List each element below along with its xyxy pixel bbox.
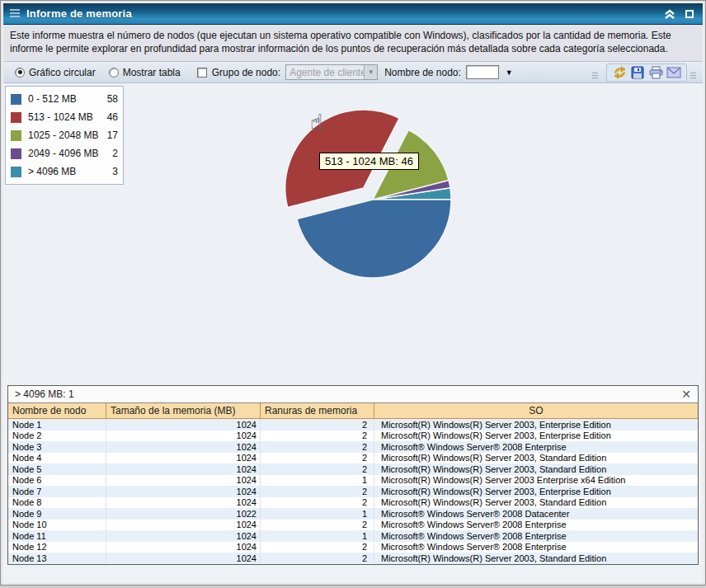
toolbar-resize-grip-2[interactable] [690,73,696,78]
maximize-button[interactable] [683,8,696,20]
column-header[interactable]: SO [374,403,698,418]
table-row[interactable]: Node 710242Microsoft(R) Windows(R) Serve… [8,486,698,497]
legend-label: 1025 - 2048 MB [28,129,107,141]
node-name-label: Nombre de nodo: [384,67,461,78]
node-group-label: Grupo de nodo: [212,67,280,78]
node-name-input[interactable] [466,65,499,79]
memory-slots-cell: 2 [261,486,374,497]
combobox-arrow-icon: ▼ [364,65,377,79]
legend-value: 2 [112,148,118,159]
table-row[interactable]: Node 210242Microsoft(R) Windows(R) Serve… [8,430,698,442]
save-button[interactable] [629,65,646,80]
table-row[interactable]: Node 1110241Microsoft® Windows Server® 2… [8,530,698,542]
node-name-cell: Node 2 [8,430,106,442]
memory-slots-cell: 2 [261,497,374,509]
drag-grip-icon[interactable] [10,9,20,18]
show-table-radio[interactable] [109,68,119,78]
node-name-dropdown-icon[interactable]: ▼ [506,68,513,77]
print-icon [649,66,663,79]
column-header[interactable]: Tamaño de la memoria (MB) [106,403,261,418]
pie-slice[interactable] [297,200,451,278]
legend-item[interactable]: > 4096 MB3 [11,162,118,181]
legend-item[interactable]: 513 - 1024 MB46 [11,108,118,126]
drilldown-header: > 4096 MB: 1 ✕ [8,386,698,403]
os-cell: Microsoft® Windows Server® 2008 Enterpri… [374,542,698,553]
memory-size-cell: 1024 [106,463,261,475]
toolbar-resize-grip[interactable] [592,73,598,78]
legend-item[interactable]: 2049 - 4096 MB2 [11,144,118,162]
table-row[interactable]: Node 810242Microsoft(R) Windows(R) Serve… [8,497,698,509]
table-row[interactable]: Node 510242Microsoft(R) Windows(R) Serve… [8,463,698,475]
os-cell: Microsoft(R) Windows(R) Server 2003, Ent… [374,486,698,497]
node-name-cell: Node 9 [8,508,106,520]
table-row[interactable]: Node 410242Microsoft(R) Windows(R) Serve… [8,453,698,464]
client-agent-combobox[interactable]: Agente de cliente ▼ [285,64,378,80]
email-button[interactable] [666,65,682,80]
os-cell: Microsoft(R) Windows(R) Server 2003, Sta… [374,453,698,464]
os-cell: Microsoft® Windows Server® 2008 Enterpri… [374,520,698,531]
os-cell: Microsoft(R) Windows(R) Server 2003, Sta… [374,463,698,475]
legend-label: > 4096 MB [28,166,112,177]
chart-area: 0 - 512 MB58513 - 1024 MB461025 - 2048 M… [3,83,703,380]
table-row[interactable]: Node 110242Microsoft(R) Windows(R) Serve… [8,419,698,430]
table-row[interactable]: Node 610241Microsoft(R) Windows(R) Serve… [8,475,698,487]
legend-swatch [11,112,21,123]
memory-size-cell: 1024 [106,530,261,542]
node-name-cell: Node 11 [8,530,106,542]
os-cell: Microsoft(R) Windows(R) Server 2003, Sta… [374,553,698,564]
memory-size-cell: 1024 [106,441,261,453]
report-description: Este informe muestra el número de nodos … [3,25,703,62]
node-name-cell: Node 8 [8,497,106,509]
memory-slots-cell: 2 [261,463,374,475]
legend-item[interactable]: 0 - 512 MB58 [11,90,118,108]
node-name-cell: Node 6 [8,475,106,487]
action-icon-group [606,64,687,82]
column-header[interactable]: Ranuras de memoria [261,403,374,418]
memory-size-cell: 1024 [106,520,261,531]
node-name-cell: Node 12 [8,542,106,553]
table-row[interactable]: Node 910221Microsoft® Windows Server® 20… [8,508,698,520]
table-body: Node 110242Microsoft(R) Windows(R) Serve… [8,419,698,564]
email-icon [666,67,681,78]
radio-selected-dot [18,70,22,74]
legend-item[interactable]: 1025 - 2048 MB17 [11,126,118,144]
os-cell: Microsoft(R) Windows(R) Server 2003, Ent… [374,430,698,442]
node-name-cell: Node 3 [8,441,106,453]
legend-swatch [11,148,21,159]
memory-slots-cell: 2 [261,453,374,464]
show-table-radio-label[interactable]: Mostrar tabla [123,67,181,78]
os-cell: Microsoft(R) Windows(R) Server 2003, Sta… [374,497,698,509]
memory-slots-cell: 2 [261,542,374,553]
pie-chart-radio-label[interactable]: Gráfico circular [29,67,96,78]
legend-swatch [11,94,21,105]
node-name-cell: Node 7 [8,486,106,497]
table-row[interactable]: Node 1310242Microsoft(R) Windows(R) Serv… [8,553,698,564]
legend-value: 17 [107,129,118,141]
pie-chart-radio[interactable] [15,68,25,78]
close-icon[interactable]: ✕ [681,388,691,400]
chart-tooltip: 513 - 1024 MB: 46 [319,153,419,170]
os-cell: Microsoft® Windows Server® 2008 Enterpri… [374,530,698,542]
table-row[interactable]: Node 1010242Microsoft® Windows Server® 2… [8,520,698,531]
node-group-checkbox[interactable] [197,68,207,78]
node-name-cell: Node 1 [8,419,106,430]
legend-label: 0 - 512 MB [28,93,107,105]
collapse-button[interactable] [663,8,676,20]
memory-size-cell: 1022 [106,508,261,520]
refresh-button[interactable] [611,65,628,80]
report-window: Informe de memoria Este informe muestra … [0,0,706,586]
node-name-cell: Node 10 [8,520,106,531]
page-title: Informe de memoria [26,7,657,20]
node-name-cell: Node 4 [8,453,106,464]
column-header[interactable]: Nombre de nodo [8,403,106,418]
memory-slots-cell: 2 [261,553,374,564]
client-agent-combobox-value: Agente de cliente [286,67,364,78]
memory-size-cell: 1024 [106,553,261,564]
node-name-cell: Node 13 [8,553,106,564]
table-row[interactable]: Node 1210242Microsoft® Windows Server® 2… [8,542,698,553]
memory-size-cell: 1024 [106,419,261,430]
node-name-cell: Node 5 [8,463,106,475]
print-button[interactable] [647,65,664,80]
table-row[interactable]: Node 310242Microsoft® Windows Server® 20… [8,441,698,453]
legend-label: 2049 - 4096 MB [28,148,112,159]
